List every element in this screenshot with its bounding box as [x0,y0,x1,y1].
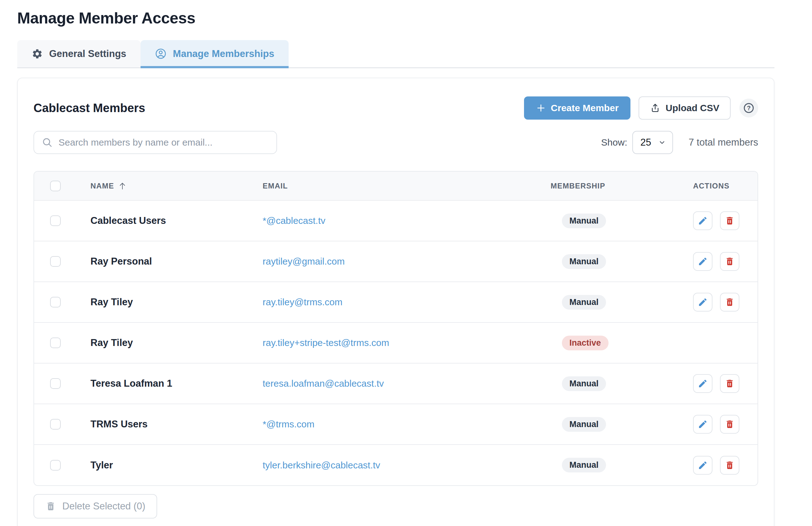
svg-text:?: ? [747,104,751,112]
plus-icon [536,103,546,113]
member-email[interactable]: teresa.loafman@cablecast.tv [263,378,384,388]
search-box [33,131,277,154]
delete-button[interactable] [720,293,739,312]
table-row: Teresa Loafman 1 teresa.loafman@cablecas… [34,363,757,404]
member-email[interactable]: tyler.berkshire@cablecast.tv [263,460,380,470]
header-actions: Create Member Upload CSV ? [524,97,758,119]
column-header-name[interactable]: NAME [90,181,253,191]
members-card: Cablecast Members Create Member Upload C… [17,77,774,526]
upload-csv-label: Upload CSV [666,103,719,113]
column-header-email[interactable]: EMAIL [253,172,541,200]
select-all-checkbox[interactable] [50,181,61,191]
edit-button[interactable] [693,252,712,271]
create-member-button[interactable]: Create Member [524,97,631,119]
delete-button[interactable] [720,456,739,475]
edit-button[interactable] [693,374,712,393]
question-circle-icon: ? [743,102,755,114]
person-circle-icon [155,48,166,59]
member-name: Teresa Loafman 1 [90,378,172,389]
table-row: Ray Tiley ray.tiley+stripe-test@trms.com… [34,323,757,363]
membership-badge: Manual [562,214,606,228]
edit-button[interactable] [693,293,712,312]
trash-icon [725,297,735,307]
table-row: Cablecast Users *@cablecast.tv Manual [34,200,757,241]
trash-icon [725,419,735,429]
upload-icon [650,103,661,113]
toolbar-right: Show: 25 7 total members [601,131,758,154]
show-label: Show: [601,137,627,148]
delete-selected-label: Delete Selected (0) [62,501,145,512]
row-actions [693,252,757,271]
edit-button[interactable] [693,211,712,230]
trash-icon [45,501,56,512]
column-header-actions: ACTIONS [684,172,757,200]
toolbar: Show: 25 7 total members [33,131,758,154]
row-checkbox[interactable] [50,378,61,389]
create-member-label: Create Member [551,103,619,113]
row-checkbox[interactable] [50,338,61,348]
member-name: TRMS Users [90,418,148,429]
pencil-icon [698,216,708,226]
member-email[interactable]: *@trms.com [263,419,314,429]
delete-selected-button[interactable]: Delete Selected (0) [33,494,157,518]
row-checkbox[interactable] [50,419,61,429]
membership-badge: Manual [562,254,606,269]
member-email[interactable]: raytiley@gmail.com [263,256,345,267]
delete-button[interactable] [720,252,739,271]
row-checkbox[interactable] [50,297,61,308]
total-members: 7 total members [689,137,758,148]
tab-manage-memberships[interactable]: Manage Memberships [141,40,289,67]
chevron-down-icon [658,138,666,146]
members-table: NAME EMAIL MEMBERSHIP ACTIONS Cablecast … [33,171,758,486]
tab-label: General Settings [49,48,126,59]
pencil-icon [698,297,708,307]
trash-icon [725,256,735,267]
page-size-value: 25 [640,137,651,148]
table-row: Ray Tiley ray.tiley@trms.com Manual [34,282,757,323]
pencil-icon [698,460,708,470]
row-actions [693,415,757,433]
pencil-icon [698,419,708,429]
member-name: Ray Personal [90,256,152,267]
tab-general-settings[interactable]: General Settings [17,40,141,67]
membership-badge: Manual [562,417,606,432]
page: Manage Member Access General Settings Ma… [0,0,812,526]
gear-icon [32,48,43,59]
delete-button[interactable] [720,374,739,393]
search-input[interactable] [33,131,277,154]
column-header-membership[interactable]: MEMBERSHIP [541,172,684,200]
row-actions [693,211,757,230]
row-actions [693,293,757,312]
page-size-select[interactable]: 25 [632,131,673,154]
upload-csv-button[interactable]: Upload CSV [639,97,730,119]
delete-button[interactable] [720,211,739,230]
member-email[interactable]: *@cablecast.tv [263,215,325,226]
delete-button[interactable] [720,415,739,433]
row-actions [693,374,757,393]
trash-icon [725,460,735,470]
member-name: Ray Tiley [90,297,133,308]
edit-button[interactable] [693,415,712,433]
table-row: Ray Personal raytiley@gmail.com Manual [34,241,757,282]
search-icon [42,137,53,148]
table-row: TRMS Users *@trms.com Manual [34,404,757,445]
membership-badge: Inactive [562,336,609,350]
table-header-row: NAME EMAIL MEMBERSHIP ACTIONS [34,172,757,200]
member-name: Ray Tiley [90,337,133,348]
row-checkbox[interactable] [50,256,61,267]
section-title: Cablecast Members [33,101,145,115]
membership-badge: Manual [562,376,606,391]
member-email[interactable]: ray.tiley@trms.com [263,297,343,307]
trash-icon [725,216,735,226]
help-button[interactable]: ? [739,99,758,117]
tab-label: Manage Memberships [173,48,274,59]
member-name: Cablecast Users [90,215,166,226]
row-checkbox[interactable] [50,215,61,226]
edit-button[interactable] [693,456,712,475]
member-email[interactable]: ray.tiley+stripe-test@trms.com [263,338,389,348]
table-row: Tyler tyler.berkshire@cablecast.tv Manua… [34,445,757,485]
tab-bar: General Settings Manage Memberships [17,40,774,68]
trash-icon [725,379,735,388]
row-checkbox[interactable] [50,460,61,471]
pencil-icon [698,256,708,267]
